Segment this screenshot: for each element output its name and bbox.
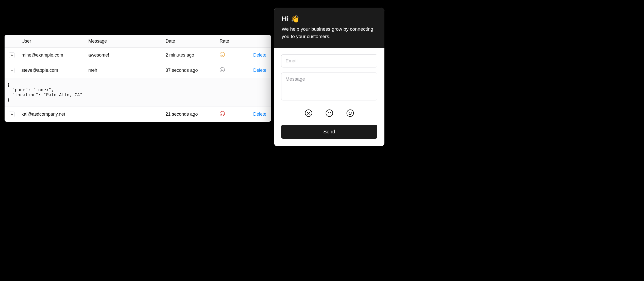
feedback-table: User Message Date Rate + mine@example.co… [5,35,271,122]
frown-icon [219,111,225,118]
user-cell: steve@apple.com [22,68,58,73]
feedback-table-card: User Message Date Rate + mine@example.co… [5,35,271,122]
table-row: − steve@apple.com meh 37 seconds ago Del… [5,63,271,78]
svg-point-9 [223,113,223,113]
message-cell: meh [88,68,97,73]
row-detail: { "page": "index", "location": "Palo Alt… [5,78,271,107]
wave-icon: 👋 [291,15,300,23]
widget-subtitle: We help your business grow by connecting… [282,26,377,40]
col-rate-header: Rate [217,35,248,48]
svg-point-13 [326,110,333,117]
meh-icon [219,67,225,74]
svg-point-19 [351,112,351,113]
email-field[interactable] [281,54,377,67]
collapse-button[interactable]: − [9,68,14,73]
col-actions-header [248,35,271,48]
delete-button[interactable]: Delete [253,68,266,73]
svg-point-5 [223,69,223,69]
svg-point-11 [307,112,308,113]
rate-meh-button[interactable] [325,109,334,118]
table-row: + kai@asdcompany.net 21 seconds ago Dele… [5,107,271,122]
svg-point-4 [221,69,222,69]
col-user-header: User [19,35,86,48]
col-expand-header [5,35,19,48]
contact-widget: Hi 👋 We help your business grow by conne… [274,8,384,146]
expand-button[interactable]: + [9,112,14,117]
date-cell: 21 seconds ago [165,112,198,117]
svg-point-0 [220,52,225,57]
svg-point-7 [220,111,225,116]
user-cell: mine@example.com [22,52,63,58]
widget-body: Send [274,48,384,146]
send-button[interactable]: Send [281,125,377,139]
date-cell: 2 minutes ago [165,52,194,58]
widget-title-text: Hi [282,15,289,23]
svg-point-17 [347,110,353,117]
col-date-header: Date [163,35,217,48]
smile-icon [219,52,225,59]
message-cell: awesome! [88,52,109,58]
svg-point-12 [309,112,310,113]
svg-point-15 [330,112,331,113]
svg-point-10 [305,110,312,117]
rate-frown-button[interactable] [304,109,313,118]
svg-point-14 [328,112,329,113]
expand-button[interactable]: + [9,52,14,58]
message-field[interactable] [281,73,377,100]
date-cell: 37 seconds ago [165,68,198,73]
row-detail-json: { "page": "index", "location": "Palo Alt… [7,82,268,102]
user-cell: kai@asdcompany.net [22,112,65,117]
widget-header: Hi 👋 We help your business grow by conne… [274,8,384,48]
svg-point-8 [221,113,222,113]
rate-smile-button[interactable] [346,109,355,118]
rating-row [281,109,377,118]
col-message-header: Message [86,35,163,48]
delete-button[interactable]: Delete [253,52,266,58]
widget-title: Hi 👋 [282,15,377,23]
svg-point-18 [349,112,349,113]
table-row: + mine@example.com awesome! 2 minutes ag… [5,48,271,63]
svg-point-1 [221,54,222,54]
svg-point-2 [223,54,223,54]
delete-button[interactable]: Delete [253,112,266,117]
svg-point-3 [220,67,225,72]
